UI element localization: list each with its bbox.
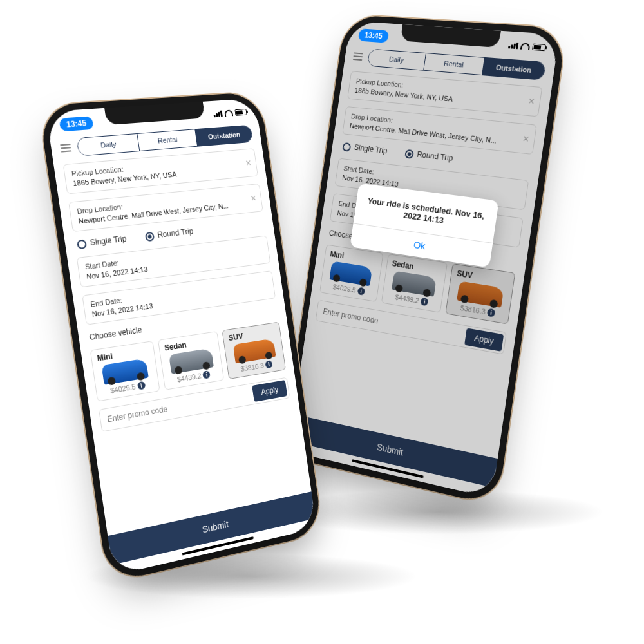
single-trip-radio[interactable]: Single Trip	[77, 234, 128, 249]
car-icon	[392, 270, 437, 296]
pickup-label: Pickup Location:	[355, 77, 522, 99]
signal-icon	[508, 42, 518, 49]
drop-field[interactable]: Drop Location: Newport Centre, Mall Driv…	[342, 106, 536, 155]
wifi-icon	[520, 43, 531, 50]
single-trip-radio[interactable]: Single Trip	[342, 142, 388, 156]
car-icon	[457, 281, 504, 307]
clear-pickup-icon[interactable]: ×	[527, 95, 535, 106]
pickup-value: 186b Bowery, New York, NY, USA	[354, 86, 521, 109]
status-bar: 13:45	[347, 21, 560, 59]
apply-button[interactable]: Apply	[464, 328, 504, 352]
round-trip-radio[interactable]: Round Trip	[404, 149, 453, 164]
wifi-icon	[224, 109, 233, 117]
menu-icon[interactable]	[60, 144, 71, 153]
info-icon[interactable]: i	[137, 381, 146, 390]
clear-drop-icon[interactable]: ×	[522, 133, 530, 144]
clear-drop-icon[interactable]: ×	[250, 193, 257, 204]
app-screen: 13:45 Daily Rental Outstation Pickup Loc…	[289, 21, 560, 498]
confirmation-alert: Your ride is scheduled. Nov 16, 2022 14:…	[350, 184, 498, 268]
promo-input[interactable]	[316, 301, 466, 346]
vehicle-suv[interactable]: SUV $3816.3i	[222, 321, 286, 379]
signal-icon	[213, 111, 223, 118]
battery-icon	[532, 44, 546, 52]
menu-icon[interactable]	[353, 52, 363, 61]
tab-outstation[interactable]: Outstation	[195, 126, 252, 146]
status-icons	[213, 109, 247, 117]
drop-label: Drop Location:	[350, 113, 517, 137]
pickup-field[interactable]: Pickup Location: 186b Bowery, New York, …	[347, 71, 542, 117]
info-icon[interactable]: i	[202, 370, 211, 379]
info-icon[interactable]: i	[265, 360, 272, 368]
clear-pickup-icon[interactable]: ×	[245, 158, 252, 168]
info-icon[interactable]: i	[357, 287, 365, 295]
status-time: 13:45	[358, 28, 389, 43]
phone-mockup-left: 13:45 Daily Rental Outstation Pickup Loc…	[46, 99, 317, 576]
submit-button[interactable]: Submit	[290, 414, 497, 488]
car-icon	[330, 261, 373, 286]
home-indicator	[352, 459, 424, 478]
car-icon	[232, 338, 276, 363]
app-screen: 13:45 Daily Rental Outstation Pickup Loc…	[46, 99, 317, 576]
vehicle-mini[interactable]: Mini $4029.5i	[90, 341, 160, 402]
tab-rental[interactable]: Rental	[137, 129, 198, 151]
form-content: Pickup Location: 186b Bowery, New York, …	[294, 70, 551, 459]
drop-value: Newport Centre, Mall Drive West, Jersey …	[349, 122, 516, 147]
vehicle-suv[interactable]: SUV $3816.3i	[446, 263, 516, 325]
trip-type-row: Single Trip Round Trip	[340, 142, 532, 173]
form-content: Pickup Location: 186b Bowery, New York, …	[53, 147, 311, 536]
promo-row: Apply	[316, 299, 507, 354]
vehicle-sedan[interactable]: Sedan $4439.2i	[381, 254, 448, 313]
tab-outstation[interactable]: Outstation	[482, 58, 545, 80]
info-icon[interactable]: i	[421, 297, 429, 306]
vehicle-sedan[interactable]: Sedan $4439.2i	[158, 331, 225, 390]
status-icons	[508, 42, 546, 51]
vehicle-mini[interactable]: Mini $4029.5i	[319, 244, 383, 301]
info-icon[interactable]: i	[487, 308, 496, 317]
battery-icon	[234, 109, 247, 116]
tab-daily[interactable]: Daily	[77, 134, 140, 156]
status-time: 13:45	[59, 116, 93, 131]
tab-daily[interactable]: Daily	[368, 50, 426, 70]
tab-rental[interactable]: Rental	[424, 53, 485, 75]
phone-mockup-right: 13:45 Daily Rental Outstation Pickup Loc…	[289, 21, 560, 498]
apply-button[interactable]: Apply	[252, 380, 287, 402]
round-trip-radio[interactable]: Round Trip	[144, 227, 194, 242]
